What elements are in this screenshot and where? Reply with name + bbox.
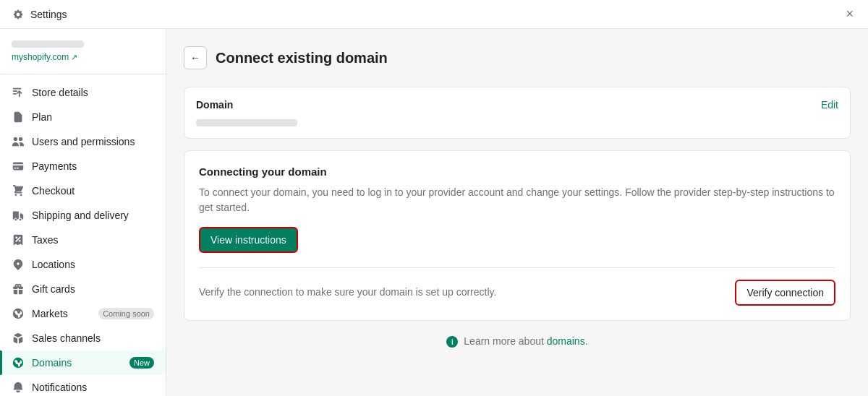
- back-button[interactable]: ←: [184, 46, 207, 69]
- sidebar-label-taxes: Taxes: [32, 234, 154, 246]
- store-url-link[interactable]: myshopify.com: [12, 52, 69, 62]
- sidebar-item-taxes[interactable]: Taxes: [0, 228, 166, 252]
- sidebar-label-users: Users and permissions: [32, 136, 154, 147]
- page-header: ← Connect existing domain: [184, 46, 851, 69]
- checkout-icon: [12, 184, 25, 197]
- learn-more-row: i Learn more about domains.: [184, 335, 851, 348]
- header-left: Settings: [12, 8, 67, 21]
- sidebar-item-store-details[interactable]: Store details: [0, 80, 166, 105]
- locations-icon: [12, 258, 25, 271]
- store-url: myshopify.com ↗: [12, 52, 154, 62]
- close-button[interactable]: ×: [843, 4, 856, 25]
- sidebar-label-payments: Payments: [32, 160, 154, 172]
- domains-icon: [12, 356, 25, 369]
- sidebar-item-locations[interactable]: Locations: [0, 252, 166, 277]
- verify-connection-button[interactable]: Verify connection: [735, 280, 835, 306]
- view-instructions-button[interactable]: View instructions: [199, 227, 298, 253]
- taxes-icon: [12, 233, 25, 246]
- sidebar-label-plan: Plan: [32, 111, 154, 123]
- header-title: Settings: [30, 9, 67, 20]
- store-info: myshopify.com ↗: [0, 40, 166, 74]
- sidebar-label-markets: Markets: [32, 308, 91, 319]
- store-icon: [12, 86, 25, 99]
- sidebar-item-gift-cards[interactable]: Gift cards: [0, 277, 166, 301]
- learn-more-suffix: .: [585, 335, 588, 347]
- sidebar-label-checkout: Checkout: [32, 185, 154, 197]
- connecting-title: Connecting your domain: [199, 165, 835, 178]
- info-icon: i: [446, 336, 458, 348]
- sidebar-item-payments[interactable]: Payments: [0, 154, 166, 178]
- verify-text: Verify the connection to make sure your …: [199, 285, 723, 300]
- sidebar-item-domains[interactable]: Domains New: [0, 350, 166, 375]
- sidebar-item-shipping[interactable]: Shipping and delivery: [0, 203, 166, 228]
- sidebar-item-notifications[interactable]: Notifications: [0, 375, 166, 396]
- shipping-icon: [12, 209, 25, 222]
- layout: myshopify.com ↗ Store details Plan Users…: [0, 29, 868, 396]
- sidebar-item-plan[interactable]: Plan: [0, 105, 166, 129]
- sidebar-label-sales-channels: Sales channels: [32, 332, 154, 344]
- gift-icon: [12, 283, 25, 296]
- learn-more-prefix: Learn more about: [464, 335, 546, 347]
- connecting-description: To connect your domain, you need to log …: [199, 185, 835, 215]
- back-arrow-icon: ←: [190, 52, 200, 64]
- store-name-placeholder: [12, 40, 84, 48]
- markets-icon: [12, 307, 25, 320]
- connecting-section: Connecting your domain To connect your d…: [184, 150, 851, 321]
- edit-link[interactable]: Edit: [821, 99, 838, 111]
- sidebar-item-sales-channels[interactable]: Sales channels: [0, 326, 166, 350]
- domain-card: Domain Edit: [184, 87, 851, 139]
- sidebar: myshopify.com ↗ Store details Plan Users…: [0, 29, 166, 396]
- sidebar-item-markets[interactable]: Markets Coming soon: [0, 301, 166, 326]
- external-link-icon: ↗: [71, 53, 77, 61]
- notifications-icon: [12, 381, 25, 394]
- domain-card-body: Domain Edit: [184, 87, 850, 138]
- domain-card-header: Domain Edit: [196, 99, 838, 111]
- main-content: ← Connect existing domain Domain Edit Co…: [166, 29, 868, 396]
- domain-value-placeholder: [196, 119, 297, 126]
- sidebar-label-gift-cards: Gift cards: [32, 283, 154, 295]
- domains-learn-more-link[interactable]: domains: [547, 335, 585, 347]
- sidebar-item-users[interactable]: Users and permissions: [0, 129, 166, 154]
- sales-icon: [12, 332, 25, 345]
- header: Settings ×: [0, 0, 868, 29]
- markets-badge: Coming soon: [98, 308, 154, 319]
- settings-icon: [12, 8, 25, 21]
- page-title: Connect existing domain: [216, 50, 388, 66]
- sidebar-label-notifications: Notifications: [32, 382, 154, 393]
- domains-badge: New: [129, 357, 154, 369]
- sidebar-label-domains: Domains: [32, 357, 122, 369]
- sidebar-label-shipping: Shipping and delivery: [32, 210, 154, 221]
- users-icon: [12, 135, 25, 148]
- plan-icon: [12, 111, 25, 124]
- sidebar-label-store-details: Store details: [32, 87, 154, 98]
- payments-icon: [12, 160, 25, 173]
- sidebar-label-locations: Locations: [32, 259, 154, 270]
- domain-card-title: Domain: [196, 99, 233, 111]
- sidebar-item-checkout[interactable]: Checkout: [0, 178, 166, 203]
- verify-row: Verify the connection to make sure your …: [199, 267, 835, 306]
